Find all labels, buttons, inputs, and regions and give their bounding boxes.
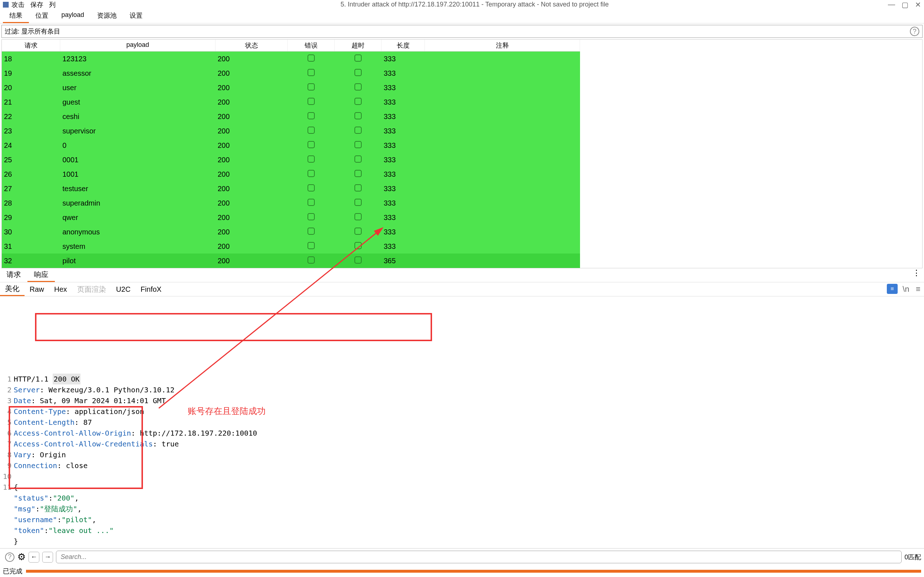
checkbox-icon bbox=[307, 55, 315, 62]
table-row[interactable]: 28superadmin200333 bbox=[2, 196, 580, 210]
status-bar: 已完成 bbox=[0, 566, 924, 577]
table-row[interactable]: 261001200333 bbox=[2, 167, 580, 181]
checkbox-icon bbox=[307, 199, 315, 206]
checkbox-icon bbox=[354, 127, 362, 134]
help-icon[interactable]: ? bbox=[910, 27, 919, 36]
table-row[interactable]: 30anonymous200333 bbox=[2, 225, 580, 239]
vtab-render[interactable]: 页面渲染 bbox=[72, 283, 111, 296]
checkbox-icon bbox=[307, 69, 315, 76]
annotation-text: 账号存在且登陆成功 bbox=[188, 405, 266, 417]
checkbox-icon bbox=[354, 98, 362, 105]
table-row[interactable]: 18123123200333 bbox=[2, 52, 580, 66]
col-status[interactable]: 状态 bbox=[215, 40, 288, 51]
checkbox-icon bbox=[307, 112, 315, 119]
checkbox-icon bbox=[307, 141, 315, 148]
vtab-hex[interactable]: Hex bbox=[49, 284, 72, 295]
status-text: 已完成 bbox=[3, 567, 23, 575]
prev-match-button[interactable]: ← bbox=[29, 552, 39, 562]
checkbox-icon bbox=[354, 256, 362, 264]
more-icon[interactable]: ⋮ bbox=[909, 268, 924, 282]
checkbox-icon bbox=[307, 213, 315, 220]
col-error[interactable]: 错误 bbox=[288, 40, 334, 51]
table-blank-area bbox=[580, 40, 922, 268]
code-line: 3Date: Sat, 09 Mar 2024 01:14:01 GMT bbox=[3, 395, 921, 406]
main-tabs: 结果 位置 payload 资源池 设置 bbox=[0, 9, 924, 23]
filter-value: 显示所有条目 bbox=[21, 27, 908, 36]
hamburger-icon[interactable]: ≡ bbox=[914, 284, 922, 295]
table-row[interactable]: 31system200333 bbox=[2, 239, 580, 253]
checkbox-icon bbox=[354, 112, 362, 119]
tab-request[interactable]: 请求 bbox=[0, 268, 27, 282]
checkbox-icon bbox=[354, 83, 362, 90]
view-tabs: 美化 Raw Hex 页面渲染 U2C FinfoX ≡ \n ≡ bbox=[0, 282, 924, 297]
code-line: 1HTTP/1.1 200 OK bbox=[3, 374, 921, 384]
tab-resourcepool[interactable]: 资源池 bbox=[90, 9, 123, 23]
table-row[interactable]: 27testuser200333 bbox=[2, 181, 580, 196]
table-row[interactable]: 21guest200333 bbox=[2, 95, 580, 109]
checkbox-icon bbox=[354, 155, 362, 163]
tab-positions[interactable]: 位置 bbox=[29, 9, 55, 23]
code-line: "token":"leave out ..." bbox=[3, 525, 921, 536]
checkbox-icon bbox=[307, 170, 315, 177]
results-table: 请求 payload 状态 错误 超时 长度 注释 18123123200333… bbox=[2, 39, 922, 268]
code-line: "msg":"登陆成功", bbox=[3, 503, 921, 514]
title-bar: 攻击 保存 列 5. Intruder attack of http://172… bbox=[0, 0, 924, 9]
col-payload[interactable]: payload bbox=[60, 40, 215, 51]
table-row[interactable]: 22ceshi200333 bbox=[2, 109, 580, 124]
tab-results[interactable]: 结果 bbox=[3, 9, 29, 23]
annotation-json-highlight bbox=[9, 406, 143, 489]
col-request[interactable]: 请求 bbox=[2, 40, 60, 51]
tab-payload[interactable]: payload bbox=[55, 9, 90, 23]
inspector-icon[interactable]: ≡ bbox=[887, 284, 898, 294]
tab-response[interactable]: 响应 bbox=[27, 268, 55, 282]
app-icon bbox=[3, 2, 9, 8]
gear-icon[interactable]: ⚙ bbox=[17, 551, 26, 562]
window-controls: — ▢ ✕ bbox=[888, 0, 921, 9]
col-length[interactable]: 长度 bbox=[381, 40, 425, 51]
code-line: 2Server: Werkzeug/3.0.1 Python/3.10.12 bbox=[3, 384, 921, 395]
table-row[interactable]: 23supervisor200333 bbox=[2, 124, 580, 138]
checkbox-icon bbox=[307, 127, 315, 134]
menu-save[interactable]: 保存 bbox=[30, 0, 43, 9]
checkbox-icon bbox=[354, 55, 362, 62]
menu-attack[interactable]: 攻击 bbox=[11, 0, 24, 9]
filter-bar[interactable]: 过滤: 显示所有条目 ? bbox=[2, 25, 922, 38]
checkbox-icon bbox=[354, 242, 362, 249]
table-header: 请求 payload 状态 错误 超时 长度 注释 bbox=[2, 40, 580, 52]
maximize-icon[interactable]: ▢ bbox=[901, 0, 908, 9]
table-row[interactable]: 29qwer200333 bbox=[2, 210, 580, 225]
search-input[interactable] bbox=[56, 551, 901, 563]
minimize-icon[interactable]: — bbox=[888, 0, 895, 9]
table-row[interactable]: 20user200333 bbox=[2, 81, 580, 95]
response-body[interactable]: 账号存在且登陆成功 1HTTP/1.1 200 OK2Server: Werkz… bbox=[0, 297, 924, 548]
code-line: } bbox=[3, 536, 921, 547]
table-row[interactable]: 250001200333 bbox=[2, 153, 580, 167]
checkbox-icon bbox=[354, 227, 362, 235]
menu-columns[interactable]: 列 bbox=[49, 0, 56, 9]
next-match-button[interactable]: → bbox=[42, 552, 53, 562]
checkbox-icon bbox=[354, 199, 362, 206]
code-line: "status":"200", bbox=[3, 493, 921, 503]
match-count: 0匹配 bbox=[905, 553, 921, 561]
checkbox-icon bbox=[307, 227, 315, 235]
vtab-finfox[interactable]: FinfoX bbox=[136, 284, 167, 295]
vtab-u2c[interactable]: U2C bbox=[111, 284, 136, 295]
checkbox-icon bbox=[354, 213, 362, 220]
col-comment[interactable]: 注释 bbox=[425, 40, 580, 51]
vtab-pretty[interactable]: 美化 bbox=[0, 282, 24, 296]
checkbox-icon bbox=[354, 184, 362, 192]
table-row[interactable]: 240200333 bbox=[2, 138, 580, 153]
search-help-icon[interactable]: ? bbox=[5, 553, 15, 562]
checkbox-icon bbox=[307, 155, 315, 163]
code-line: "username":"pilot", bbox=[3, 514, 921, 525]
checkbox-icon bbox=[307, 98, 315, 105]
table-row[interactable]: 32pilot200365 bbox=[2, 253, 580, 268]
checkbox-icon bbox=[307, 256, 315, 264]
vtab-raw[interactable]: Raw bbox=[24, 284, 49, 295]
close-icon[interactable]: ✕ bbox=[915, 0, 921, 9]
tab-settings[interactable]: 设置 bbox=[123, 9, 149, 23]
col-timeout[interactable]: 超时 bbox=[334, 40, 381, 51]
table-row[interactable]: 19assessor200333 bbox=[2, 66, 580, 81]
checkbox-icon bbox=[354, 69, 362, 76]
wrap-icon[interactable]: \n bbox=[901, 284, 911, 295]
